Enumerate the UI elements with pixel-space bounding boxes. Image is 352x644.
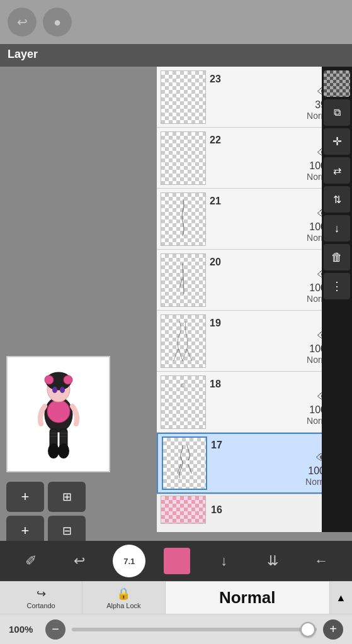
mode-buttons: ↪ Cortando 🔒 Alpha Lock Normal ▲ bbox=[0, 581, 352, 614]
layer-thumbnail bbox=[162, 436, 207, 490]
layer-number: 23 bbox=[210, 74, 221, 85]
delete-layer-button[interactable]: 🗑 bbox=[324, 244, 350, 270]
opacity-knob[interactable] bbox=[300, 622, 315, 637]
brush-size-selector[interactable]: 7.1 bbox=[113, 545, 145, 577]
layer-info: 22 👁 100% Normal bbox=[206, 135, 340, 182]
layer-thumbnail bbox=[161, 192, 206, 246]
layer-number: 21 bbox=[210, 196, 221, 207]
eraser-icon: ✐ bbox=[25, 553, 37, 569]
trash-icon: 🗑 bbox=[331, 251, 343, 264]
duplicate-layer-button[interactable]: ⊞ bbox=[48, 482, 86, 512]
ellipsis-icon: ⋮ bbox=[331, 279, 343, 293]
layer-thumbnail bbox=[161, 314, 206, 368]
double-down-button[interactable]: ⇊ bbox=[258, 546, 288, 576]
copy-icon: ⧉ bbox=[334, 107, 341, 118]
eraser-button[interactable]: ✐ bbox=[16, 546, 46, 576]
download-icon: ↓ bbox=[334, 222, 340, 235]
svg-point-17 bbox=[48, 443, 59, 458]
svg-line-5 bbox=[178, 464, 181, 474]
svg-point-11 bbox=[45, 375, 54, 384]
layer-number: 22 bbox=[210, 135, 221, 146]
layer-info: 19 👁 100% Normal bbox=[206, 318, 340, 365]
canvas-character bbox=[8, 357, 109, 471]
undo-button[interactable]: ↩ bbox=[8, 8, 37, 36]
undo-tool-button[interactable]: ↩ bbox=[64, 546, 94, 576]
duplicate-icon: ⊞ bbox=[62, 490, 72, 504]
menu-icon: ● bbox=[54, 15, 61, 30]
opacity-plus-button[interactable]: + bbox=[323, 619, 343, 640]
layer-number-partial: 16 bbox=[211, 504, 222, 516]
move-layer-button[interactable]: ✛ bbox=[324, 128, 350, 155]
svg-line-2 bbox=[173, 348, 178, 360]
flip-layer-button[interactable]: ⇄ bbox=[324, 157, 350, 184]
opacity-value: 100% bbox=[9, 624, 39, 635]
alpha-lock-label: Alpha Lock bbox=[106, 602, 140, 609]
layer-info: 18 👁 100% Normal bbox=[206, 379, 340, 426]
layer-title-text: Layer bbox=[8, 48, 38, 60]
add-group-icon: + bbox=[21, 523, 30, 539]
download-tool-button[interactable]: ↓ bbox=[209, 546, 239, 576]
svg-line-3 bbox=[187, 348, 192, 360]
layer-number: 18 bbox=[210, 379, 221, 390]
alpha-lock-icon: 🔒 bbox=[116, 587, 130, 601]
tool-bar: ✐ ↩ 7.1 ↓ ⇊ ← bbox=[0, 541, 352, 581]
move-icon: ✛ bbox=[332, 135, 342, 148]
group-icon: ⊟ bbox=[62, 524, 72, 538]
svg-line-1 bbox=[179, 279, 182, 288]
copy-layer-button[interactable]: ⧉ bbox=[324, 99, 350, 126]
brush-size-value: 7.1 bbox=[123, 557, 135, 566]
more-options-button[interactable]: ⋮ bbox=[324, 273, 350, 299]
layer-thumbnail bbox=[161, 253, 206, 307]
svg-line-6 bbox=[188, 464, 192, 474]
svg-point-12 bbox=[64, 375, 72, 384]
cortando-button[interactable]: ↪ Cortando bbox=[0, 582, 82, 614]
layer-info: 23 👁 39% Normal bbox=[206, 74, 340, 121]
layer-thumbnail bbox=[161, 375, 206, 429]
color-swatch[interactable] bbox=[164, 548, 190, 574]
chevron-up-icon: ▲ bbox=[336, 592, 346, 604]
compress-icon: ⇅ bbox=[333, 194, 341, 206]
blend-mode-arrow[interactable]: ▲ bbox=[329, 582, 352, 614]
back-button[interactable]: ← bbox=[306, 546, 336, 576]
cortando-label: Cortando bbox=[26, 602, 55, 609]
flip-icon: ⇄ bbox=[333, 165, 341, 177]
compress-layer-button[interactable]: ⇅ bbox=[324, 186, 350, 213]
layer-number: 19 bbox=[210, 318, 221, 329]
layer-number: 17 bbox=[211, 440, 222, 451]
blend-mode-value: Normal bbox=[219, 588, 276, 608]
layer-number: 20 bbox=[210, 257, 221, 268]
opacity-slider[interactable] bbox=[72, 628, 317, 631]
svg-point-18 bbox=[58, 443, 69, 458]
svg-point-13 bbox=[52, 387, 57, 393]
menu-button[interactable]: ● bbox=[43, 8, 72, 36]
cortando-icon: ↪ bbox=[37, 587, 46, 601]
undo-tool-icon: ↩ bbox=[74, 553, 85, 569]
undo-icon: ↩ bbox=[17, 14, 28, 30]
canvas-preview bbox=[6, 356, 110, 472]
double-down-icon: ⇊ bbox=[267, 553, 278, 569]
layer-info: 17 👁 100% Normal bbox=[207, 440, 339, 487]
svg-point-8 bbox=[47, 400, 70, 423]
svg-line-0 bbox=[183, 263, 184, 294]
plus-icon: + bbox=[329, 622, 337, 636]
minus-icon: − bbox=[52, 622, 59, 636]
back-icon: ← bbox=[314, 553, 328, 569]
top-bar: ↩ ● bbox=[0, 0, 352, 44]
bottom-mode-bar: ↪ Cortando 🔒 Alpha Lock Normal ▲ 100% − … bbox=[0, 581, 352, 644]
right-tools-panel: ⧉ ✛ ⇄ ⇅ ↓ 🗑 ⋮ bbox=[322, 67, 352, 532]
download-tool-icon: ↓ bbox=[220, 553, 227, 569]
layer-thumbnail bbox=[161, 131, 206, 185]
opacity-minus-button[interactable]: − bbox=[45, 619, 65, 640]
checker-button[interactable] bbox=[324, 70, 350, 97]
layer-title: Layer bbox=[0, 44, 352, 67]
svg-point-14 bbox=[60, 387, 65, 393]
opacity-bar: 100% − + bbox=[0, 614, 352, 644]
add-layer-button[interactable]: + bbox=[6, 482, 44, 512]
layer-thumbnail bbox=[161, 70, 206, 124]
layer-info: 20 👁 100% Normal bbox=[206, 257, 340, 304]
download-layer-button[interactable]: ↓ bbox=[324, 215, 350, 242]
plus-icon: + bbox=[21, 489, 30, 505]
layer-thumbnail-partial bbox=[161, 496, 206, 524]
main-area: 23 👁 39% Normal ≡ 22 👁 100% Normal ≡ bbox=[0, 67, 352, 581]
alpha-lock-button[interactable]: 🔒 Alpha Lock bbox=[82, 582, 165, 614]
